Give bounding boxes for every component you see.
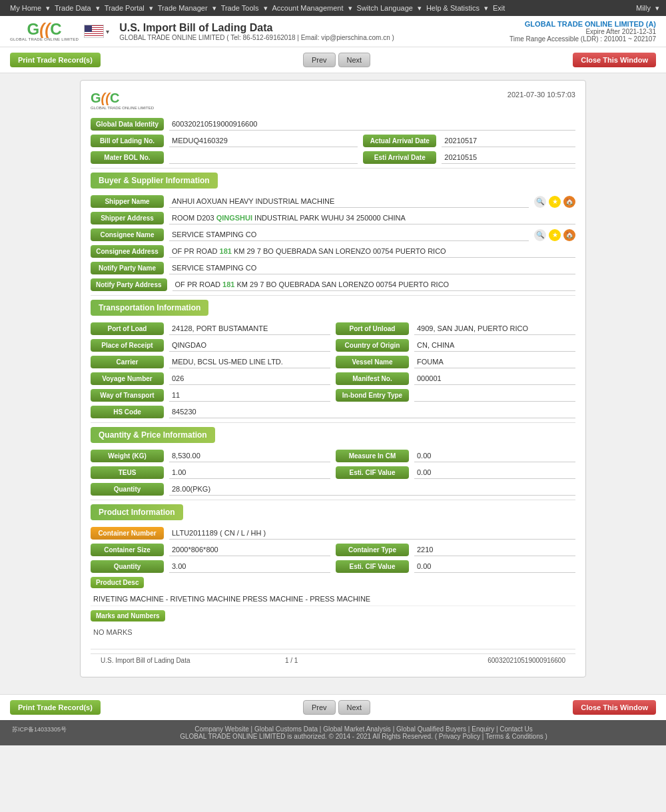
prev-button-bottom[interactable]: Prev <box>303 700 336 715</box>
consignee-star-icon[interactable]: ★ <box>549 229 561 241</box>
esti-cif-value: 0.00 <box>414 467 575 479</box>
bol-label: Bill of Lading No. <box>91 135 164 147</box>
page-header: G((C GLOBAL TRADE ONLINE LIMITED ▾ U.S. … <box>0 16 666 47</box>
page-footer-bar: U.S. Import Bill of Lading Data 1 / 1 60… <box>91 653 575 667</box>
mater-bol-label: Mater BOL No. <box>91 151 164 164</box>
icp-number: 苏ICP备14033305号 <box>5 725 67 734</box>
account-info: GLOBAL TRADE ONLINE LIMITED (A) Expire A… <box>509 20 656 43</box>
marks-row: Marks and Numbers <box>91 610 575 621</box>
nav-my-home[interactable]: My Home <box>7 3 45 13</box>
notify-party-name-label: Notify Party Name <box>91 262 164 274</box>
hs-code-label: HS Code <box>91 406 164 418</box>
print-button-bottom[interactable]: Print Trade Record(s) <box>10 700 101 715</box>
footer-link-market[interactable]: Global Market Analysis <box>323 725 391 733</box>
shipper-search-icon[interactable]: 🔍 <box>534 196 546 208</box>
product-desc-text: RIVETING MACHINE - RIVETING MACHINE PRES… <box>91 592 575 606</box>
way-transport-value: 11 <box>169 390 330 402</box>
footer-record-label: U.S. Import Bill of Lading Data <box>101 657 190 664</box>
global-data-identity-label: Global Data Identity <box>91 118 164 131</box>
shipper-home-icon[interactable]: 🏠 <box>563 196 575 208</box>
notify-party-name-row: Notify Party Name SERVICE STAMPING CO <box>91 262 575 274</box>
buyer-supplier-section: Buyer & Supplier Information Shipper Nam… <box>91 173 575 291</box>
print-button-top[interactable]: Print Trade Record(s) <box>10 53 101 67</box>
global-data-identity-row: Global Data Identity 6003202105190009166… <box>91 118 575 131</box>
product-section: Product Information Container Number LLT… <box>91 504 575 639</box>
next-button-top[interactable]: Next <box>338 53 371 67</box>
container-number-label: Container Number <box>91 527 164 540</box>
vessel-name-value: FOUMA <box>414 356 575 368</box>
receipt-origin-row: Place of Receipt QINGDAO Country of Orig… <box>91 339 575 352</box>
consignee-icons: 🔍 ★ 🏠 <box>534 229 575 241</box>
footer-link-company[interactable]: Company Website <box>194 725 249 733</box>
container-size-label: Container Size <box>91 544 164 556</box>
container-number-value: LLTU2011189 ( CN / L / HH ) <box>169 528 575 540</box>
mater-bol-value <box>169 152 358 164</box>
teus-value: 1.00 <box>169 467 330 479</box>
prev-button-top[interactable]: Prev <box>303 53 336 67</box>
footer-links: Company Website | Global Customs Data | … <box>5 725 661 733</box>
logo-area: G((C GLOBAL TRADE ONLINE LIMITED ▾ <box>10 21 109 41</box>
global-data-identity-value: 600320210519000916600 <box>169 119 575 131</box>
hs-code-value: 845230 <box>169 406 575 418</box>
product-desc-button[interactable]: Product Desc <box>91 577 144 588</box>
footer-link-contact[interactable]: Contact Us <box>500 725 532 733</box>
flag-dropdown[interactable]: ▾ <box>106 28 109 35</box>
nav-trade-data[interactable]: Trade Data <box>51 3 95 13</box>
nav-buttons-top: Prev Next <box>303 53 370 67</box>
place-receipt-value: QINGDAO <box>169 340 330 352</box>
prod-qty-cif-row: Quantity 3.00 Esti. CIF Value 0.00 <box>91 560 575 573</box>
notify-party-address-label: Notify Party Address <box>91 278 167 291</box>
footer-link-customs[interactable]: Global Customs Data <box>254 725 318 733</box>
voyage-number-label: Voyage Number <box>91 372 164 385</box>
shipper-address-row: Shipper Address ROOM D203 QINGSHUI INDUS… <box>91 212 575 224</box>
product-header: Product Information <box>91 504 183 520</box>
transportation-header: Transportation Information <box>91 300 208 316</box>
container-size-value: 2000*806*800 <box>169 544 330 556</box>
site-footer: 苏ICP备14033305号 Company Website | Global … <box>0 720 666 745</box>
nav-exit[interactable]: Exit <box>490 3 508 13</box>
prod-quantity-label: Quantity <box>91 560 164 573</box>
main-content: G((C GLOBAL TRADE ONLINE LIMITED 2021-07… <box>0 73 666 694</box>
consignee-address-value: OF PR ROAD 181 KM 29 7 BO QUEBRADA SAN L… <box>169 246 575 258</box>
consignee-home-icon[interactable]: 🏠 <box>563 229 575 241</box>
country-origin-label: Country of Origin <box>336 339 409 352</box>
teus-label: TEUS <box>91 466 164 479</box>
marks-button[interactable]: Marks and Numbers <box>91 610 165 621</box>
nav-trade-portal[interactable]: Trade Portal <box>101 3 148 13</box>
footer-link-enquiry[interactable]: Enquiry <box>472 725 494 733</box>
quantity-price-header: Quantity & Price Information <box>91 427 215 443</box>
footer-link-buyers[interactable]: Global Qualified Buyers <box>396 725 466 733</box>
port-load-label: Port of Load <box>91 322 164 335</box>
nav-switch-language[interactable]: Switch Language <box>354 3 416 13</box>
voyage-number-value: 026 <box>169 373 330 385</box>
bol-row: Bill of Lading No. MEDUQ4160329 Actual A… <box>91 135 575 147</box>
manifest-no-label: Manifest No. <box>336 372 409 385</box>
manifest-no-value: 000001 <box>414 373 575 385</box>
buyer-supplier-header: Buyer & Supplier Information <box>91 173 218 189</box>
account-expire: Expire After 2021-12-31 <box>509 28 656 35</box>
consignee-search-icon[interactable]: 🔍 <box>534 229 546 241</box>
shipper-star-icon[interactable]: ★ <box>549 196 561 208</box>
account-company: GLOBAL TRADE ONLINE LIMITED (A) <box>509 20 656 28</box>
nav-buttons-bottom: Prev Next <box>303 700 370 715</box>
transport-bond-row: Way of Transport 11 In-bond Entry Type <box>91 389 575 402</box>
user-account[interactable]: Milly <box>633 3 654 13</box>
consignee-address-label: Consignee Address <box>91 245 164 258</box>
notify-party-address-row: Notify Party Address OF PR ROAD 181 KM 2… <box>91 278 575 291</box>
shipper-address-value: ROOM D203 QINGSHUI INDUSTRIAL PARK WUHU … <box>169 212 575 224</box>
close-button-bottom[interactable]: Close This Window <box>573 700 656 715</box>
next-button-bottom[interactable]: Next <box>338 700 371 715</box>
gtc-logo: G((C <box>27 21 62 37</box>
port-load-row: Port of Load 24128, PORT BUSTAMANTE Port… <box>91 322 575 335</box>
nav-help-statistics[interactable]: Help & Statistics <box>423 3 483 13</box>
nav-trade-tools[interactable]: Trade Tools <box>218 3 262 13</box>
hs-code-row: HS Code 845230 <box>91 406 575 418</box>
prod-esti-cif-value: 0.00 <box>414 561 575 573</box>
esti-arrival-label: Esti Arrival Date <box>363 151 436 164</box>
prod-esti-cif-label: Esti. CIF Value <box>336 560 409 573</box>
consignee-name-row: Consignee Name SERVICE STAMPING CO 🔍 ★ 🏠 <box>91 228 575 241</box>
nav-trade-manager[interactable]: Trade Manager <box>155 3 211 13</box>
close-button-top[interactable]: Close This Window <box>573 53 656 67</box>
record-card: G((C GLOBAL TRADE ONLINE LIMITED 2021-07… <box>80 80 586 677</box>
nav-account-management[interactable]: Account Management <box>269 3 347 13</box>
